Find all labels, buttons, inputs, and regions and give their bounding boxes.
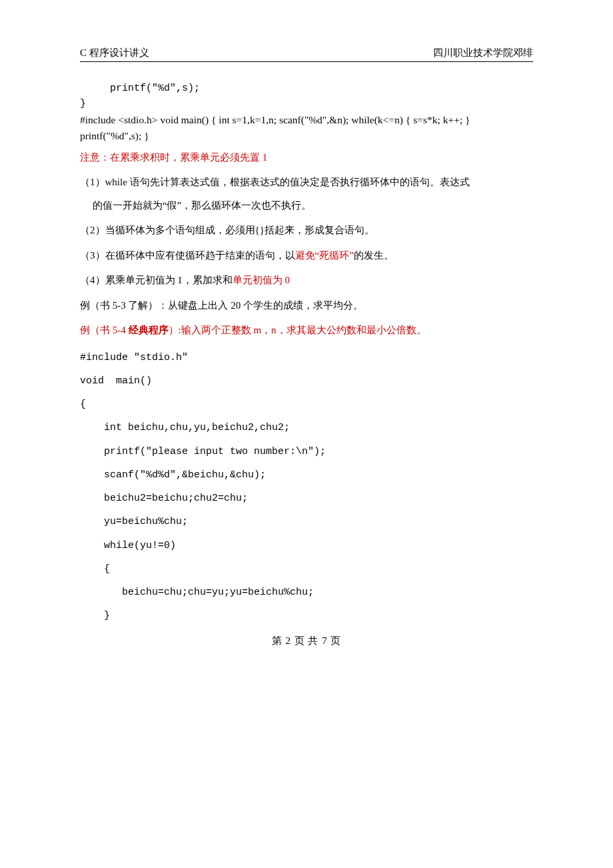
code-line: #include <stdio.h> (80, 114, 158, 125)
code-line: void main() (80, 375, 152, 387)
code-line: while(k<=n) (351, 114, 403, 125)
code-line: printf("%d",s); (80, 83, 200, 94)
code-line: } (80, 98, 86, 109)
code-line: void main() (160, 114, 209, 125)
code-line: #include "stdio.h" (80, 352, 188, 363)
code-line: } (144, 130, 149, 141)
note-2: （2）当循环体为多个语句组成，必须用{}括起来，形成复合语句。 (80, 219, 533, 242)
code-line: k++; (443, 114, 463, 125)
note-3: （3）在循环体中应有使循环趋于结束的语句，以避免“死循环”的发生。 (80, 244, 533, 267)
code-line: printf("please input two number:\n"); (80, 446, 326, 457)
code-block-3: #include "stdio.h" void main() { int bei… (80, 346, 533, 628)
note-4: （4）累乘单元初值为 1，累加求和单元初值为 0 (80, 269, 533, 292)
code-fragment-1: printf("%d",s); } (80, 81, 533, 112)
code-line: int s=1,k=1,n; (219, 114, 277, 125)
code-line: printf("%d",s); (80, 130, 141, 141)
code-line: yu=beichu%chu; (80, 516, 188, 527)
code-line: while(yu!=0) (80, 540, 176, 551)
note-text: 的发生。 (354, 250, 394, 261)
note-text: （4）累乘单元初值为 1，累加求和 (80, 275, 233, 285)
header-left: C 程序设计讲义 (80, 47, 149, 59)
code-line: beichu2=beichu;chu2=chu; (80, 493, 248, 504)
code-line: { (80, 563, 110, 575)
ex54-text: 例（书 5-4 (80, 325, 129, 335)
page-header: C 程序设计讲义 四川职业技术学院邓绯 (80, 47, 533, 62)
code-line: beichu=chu;chu=yu;yu=beichu%chu; (80, 587, 314, 598)
note-text-highlight: 避免“死循环” (295, 250, 354, 261)
note-text: （3）在循环体中应有使循环趋于结束的语句，以 (80, 250, 295, 261)
example-5-4: 例（书 5-4 经典程序）:输入两个正整数 m，n，求其最大公约数和最小公倍数。 (80, 319, 533, 342)
code-line: { (80, 399, 86, 410)
code-line: scanf("%d%d",&beichu,&chu); (80, 469, 266, 481)
ex54-text: ）:输入两个正整数 m，n，求其最大公约数和最小公倍数。 (169, 325, 426, 335)
code-line: } (80, 610, 110, 621)
note-attention: 注意：在累乘求积时，累乘单元必须先置 1 (80, 146, 533, 169)
page-footer: 第 2 页 共 7 页 (80, 635, 533, 647)
note-1: （1）while 语句先计算表达式值，根据表达式的值决定是否执行循环体中的语句。… (80, 171, 533, 217)
code-line: { (211, 114, 216, 125)
example-5-3: 例（书 5-3 了解）：从键盘上出入 20 个学生的成绩，求平均分。 (80, 294, 533, 317)
note-text-highlight: 单元初值为 0 (233, 275, 290, 285)
code-line: { (406, 114, 410, 125)
note-text: （1）while 语句先计算表达式值，根据表达式的值决定是否执行循环体中的语句。… (80, 177, 470, 187)
note-text: 的值一开始就为“假”，那么循环体一次也不执行。 (80, 200, 311, 211)
code-block-2: #include <stdio.h> void main() { int s=1… (80, 112, 533, 144)
code-line: scanf("%d",&n); (279, 114, 348, 125)
code-line: int beichu,chu,yu,beichu2,chu2; (80, 422, 290, 433)
header-right: 四川职业技术学院邓绯 (433, 47, 533, 59)
ex54-bold: 经典程序 (129, 325, 169, 335)
code-line: s=s*k; (413, 114, 440, 125)
code-line: } (465, 114, 470, 125)
